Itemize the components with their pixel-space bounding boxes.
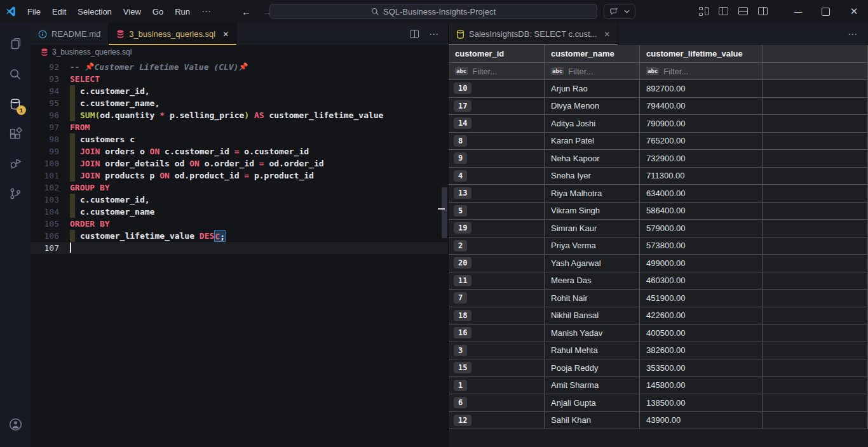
database-sidebar-icon[interactable]: 1 — [0, 89, 31, 119]
tab-query-results[interactable]: SalesInsightsDB: SELECT c.cust... ✕ — [449, 23, 618, 45]
table-row[interactable]: 16Manish Yadav400500.00 — [449, 324, 868, 342]
cell-customer-name[interactable]: Nikhil Bansal — [545, 307, 640, 325]
customize-layout-icon[interactable] — [699, 7, 709, 16]
cell-customer-name[interactable]: Manish Yadav — [545, 324, 640, 342]
split-editor-icon[interactable] — [410, 30, 419, 38]
menu-file[interactable]: File — [22, 4, 46, 19]
table-row[interactable]: 18Nikhil Bansal422600.00 — [449, 307, 868, 325]
cell-customer-id[interactable]: 4 — [449, 168, 545, 185]
editor-scrollbar[interactable] — [442, 187, 447, 238]
table-row[interactable]: 13Riya Malhotra634000.00 — [449, 185, 868, 203]
code-line-92[interactable]: 92-- 📌Customer Lifetime Value (CLV)📌 — [31, 61, 448, 73]
window-minimize-button[interactable]: — — [784, 0, 812, 23]
cell-customer-name[interactable]: Riya Malhotra — [545, 185, 640, 203]
cell-customer-lifetime-value[interactable]: 732900.00 — [640, 150, 763, 168]
cell-customer-name[interactable]: Sahil Khan — [545, 412, 640, 430]
menu-run[interactable]: Run — [169, 4, 196, 19]
code-line-104[interactable]: 104c.customer_name — [31, 206, 448, 218]
cell-customer-id[interactable]: 11 — [449, 272, 545, 290]
table-row[interactable]: 10Arjun Rao892700.00 — [449, 80, 868, 98]
cell-customer-lifetime-value[interactable]: 794400.00 — [640, 98, 763, 116]
cell-customer-id[interactable]: 10 — [449, 80, 545, 98]
cell-customer-id[interactable]: 20 — [449, 255, 545, 272]
cell-customer-id[interactable]: 6 — [449, 394, 545, 412]
tab-sql-file[interactable]: 3_business_queries.sql ✕ — [109, 23, 237, 45]
breadcrumb[interactable]: 3_business_queries.sql — [31, 45, 448, 59]
cell-customer-lifetime-value[interactable]: 892700.00 — [640, 80, 763, 98]
cell-customer-id[interactable]: 14 — [449, 115, 545, 133]
copilot-button[interactable] — [604, 4, 635, 19]
toggle-primary-sidebar-icon[interactable] — [719, 7, 728, 15]
cell-customer-lifetime-value[interactable]: 634000.00 — [640, 185, 763, 203]
cell-customer-lifetime-value[interactable]: 400500.00 — [640, 324, 763, 342]
cell-customer-name[interactable]: Arjun Rao — [545, 80, 640, 98]
cell-customer-lifetime-value[interactable]: 711300.00 — [640, 168, 763, 185]
menu-more-icon[interactable]: ⋯ — [196, 3, 217, 20]
code-line-106[interactable]: 106customer_lifetime_value DESC; — [31, 230, 448, 242]
code-line-107[interactable]: 107 — [31, 242, 448, 254]
cell-customer-name[interactable]: Meera Das — [545, 272, 640, 290]
cell-customer-lifetime-value[interactable]: 573800.00 — [640, 237, 763, 255]
cell-customer-lifetime-value[interactable]: 579000.00 — [640, 220, 763, 237]
cell-customer-name[interactable]: Aditya Joshi — [545, 115, 640, 133]
cell-customer-id[interactable]: 19 — [449, 220, 545, 237]
code-line-93[interactable]: 93SELECT — [31, 73, 448, 85]
cell-customer-name[interactable]: Rahul Mehta — [545, 342, 640, 360]
menu-selection[interactable]: Selection — [72, 4, 117, 19]
cell-customer-lifetime-value[interactable]: 460300.00 — [640, 272, 763, 290]
cell-customer-lifetime-value[interactable]: 145800.00 — [640, 377, 763, 395]
results-more-actions-icon[interactable]: ⋯ — [848, 29, 858, 40]
cell-customer-id[interactable]: 3 — [449, 342, 545, 360]
tab-close-icon[interactable]: ✕ — [222, 30, 229, 39]
cell-customer-id[interactable]: 12 — [449, 412, 545, 430]
cell-customer-name[interactable]: Divya Menon — [545, 98, 640, 116]
cell-customer-lifetime-value[interactable]: 451900.00 — [640, 290, 763, 307]
table-row[interactable]: 4Sneha Iyer711300.00 — [449, 168, 868, 185]
cell-customer-id[interactable]: 15 — [449, 359, 545, 377]
cell-customer-lifetime-value[interactable]: 765200.00 — [640, 133, 763, 150]
cell-customer-id[interactable]: 1 — [449, 377, 545, 395]
code-line-94[interactable]: 94c.customer_id, — [31, 85, 448, 97]
code-line-101[interactable]: 101JOIN products p ON od.product_id = p.… — [31, 170, 448, 182]
table-row[interactable]: 9Neha Kapoor732900.00 — [449, 150, 868, 168]
cell-customer-name[interactable]: Karan Patel — [545, 133, 640, 150]
cell-customer-lifetime-value[interactable]: 43900.00 — [640, 412, 763, 430]
code-line-97[interactable]: 97FROM — [31, 121, 448, 133]
column-header-customer_name[interactable]: customer_name — [545, 45, 640, 63]
table-row[interactable]: 1Amit Sharma145800.00 — [449, 377, 868, 395]
toggle-secondary-sidebar-icon[interactable] — [758, 7, 768, 15]
editor-more-actions-icon[interactable]: ⋯ — [429, 29, 439, 40]
cell-customer-id[interactable]: 9 — [449, 150, 545, 168]
table-row[interactable]: 14Aditya Joshi790900.00 — [449, 115, 868, 133]
run-debug-icon[interactable] — [0, 149, 31, 178]
cell-customer-lifetime-value[interactable]: 382600.00 — [640, 342, 763, 360]
table-row[interactable]: 20Yash Agarwal499000.00 — [449, 255, 868, 272]
extensions-icon[interactable] — [0, 119, 31, 149]
cell-customer-lifetime-value[interactable]: 353500.00 — [640, 359, 763, 377]
filter-input-customer_name[interactable]: abcFilter... — [545, 63, 640, 80]
window-restore-button[interactable] — [812, 0, 840, 23]
menu-view[interactable]: View — [118, 4, 147, 19]
cell-customer-name[interactable]: Anjali Gupta — [545, 394, 640, 412]
code-line-96[interactable]: 96SUM(od.quantity * p.selling_price) AS … — [31, 109, 448, 121]
table-row[interactable]: 7Rohit Nair451900.00 — [449, 290, 868, 307]
cell-customer-id[interactable]: 18 — [449, 307, 545, 325]
cell-customer-id[interactable]: 13 — [449, 185, 545, 203]
cell-customer-id[interactable]: 16 — [449, 324, 545, 342]
source-control-icon[interactable] — [0, 178, 31, 208]
cell-customer-name[interactable]: Yash Agarwal — [545, 255, 640, 272]
menu-go[interactable]: Go — [147, 4, 169, 19]
results-tab-close-icon[interactable]: ✕ — [604, 30, 610, 39]
explorer-icon[interactable] — [0, 29, 31, 59]
table-row[interactable]: 17Divya Menon794400.00 — [449, 98, 868, 116]
code-line-95[interactable]: 95c.customer_name, — [31, 97, 448, 109]
table-row[interactable]: 19Simran Kaur579000.00 — [449, 220, 868, 237]
nav-back-icon[interactable]: ← — [241, 6, 251, 17]
cell-customer-name[interactable]: Neha Kapoor — [545, 150, 640, 168]
cell-customer-lifetime-value[interactable]: 422600.00 — [640, 307, 763, 325]
cell-customer-name[interactable]: Sneha Iyer — [545, 168, 640, 185]
table-row[interactable]: 12Sahil Khan43900.00 — [449, 412, 868, 430]
table-row[interactable]: 2Priya Verma573800.00 — [449, 237, 868, 255]
cell-customer-name[interactable]: Pooja Reddy — [545, 359, 640, 377]
cell-customer-lifetime-value[interactable]: 790900.00 — [640, 115, 763, 133]
